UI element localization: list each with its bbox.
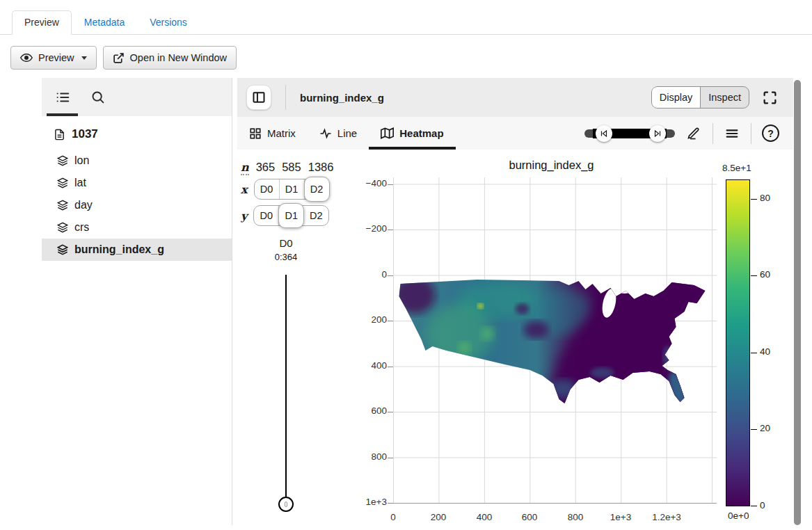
tree-item-label: lon (74, 154, 89, 167)
dim-size: 1386 (308, 161, 334, 174)
preview-button-label: Preview (38, 52, 74, 63)
toolbar-divider (751, 123, 751, 144)
explorer-sidebar: 1037 lon lat day crs (42, 78, 232, 525)
y-tick-label: 200 (353, 314, 387, 325)
slice-slider-handle[interactable] (278, 497, 294, 512)
display-inspect-toggle: Display Inspect (651, 86, 749, 109)
menu-icon[interactable] (724, 125, 740, 142)
colorbar-tick-mark (751, 275, 757, 276)
pen-icon (687, 127, 701, 140)
edit-domain-icon[interactable] (685, 125, 702, 142)
x-dim-d2-button[interactable]: D2 (304, 177, 330, 202)
colorbar-min-label: 0e+0 (728, 511, 749, 521)
y-tick-mark (388, 503, 393, 504)
y-axis-label: y (241, 209, 247, 223)
x-dim-d1-button[interactable]: D1 (280, 179, 305, 199)
vis-tab-matrix[interactable]: Matrix (237, 117, 308, 150)
dataset-title: burning_index_g (300, 92, 384, 104)
dataset-layers-icon (56, 241, 68, 258)
search-icon[interactable] (89, 89, 106, 106)
tree-list-icon[interactable] (54, 89, 71, 106)
vis-tab-heatmap[interactable]: Heatmap (369, 117, 455, 150)
open-button-label: Open in New Window (130, 52, 227, 63)
y-tick-mark (388, 321, 393, 321)
external-link-icon (113, 52, 125, 64)
y-dim-d1-button[interactable]: D1 (278, 203, 304, 228)
tab-preview[interactable]: Preview (12, 10, 72, 35)
explorer-header (42, 78, 232, 116)
dataset-layers-icon (56, 219, 68, 236)
domain-slider-min-thumb[interactable] (596, 125, 612, 142)
tree-item-lon[interactable]: lon (42, 150, 232, 172)
y-dim-mapper-row: y D0 D1 D2 (241, 205, 329, 226)
y-dim-d2-button[interactable]: D2 (303, 206, 328, 225)
tree-root-file[interactable]: 1037 (42, 116, 232, 150)
help-icon[interactable]: ? (762, 125, 779, 142)
toolbar-divider (713, 123, 713, 144)
tab-metadata[interactable]: Metadata (72, 10, 137, 35)
inspect-mode-button[interactable]: Inspect (701, 87, 749, 108)
colorbar-tick-label: 20 (760, 423, 770, 433)
dataset-layers-icon (56, 197, 68, 214)
hamburger-icon (724, 126, 740, 141)
vis-tab-label: Heatmap (399, 127, 443, 139)
y-tick-mark (388, 230, 393, 230)
skip-back-icon (600, 129, 608, 138)
heatmap-canvas[interactable] (393, 275, 710, 409)
y-tick-label: 600 (353, 405, 387, 416)
y-dim-group: D0 D1 D2 (253, 205, 329, 226)
y-tick-mark (388, 275, 393, 276)
colorbar (726, 179, 750, 506)
y-tick-mark (388, 367, 393, 367)
x-axis-label: x (241, 183, 248, 196)
scrollbar[interactable] (794, 80, 801, 525)
y-tick-label: 0 (353, 269, 387, 280)
domain-slider[interactable] (584, 125, 675, 143)
display-mode-button[interactable]: Display (652, 87, 701, 108)
domain-slider-max-thumb[interactable] (649, 125, 666, 142)
fullscreen-icon[interactable] (761, 89, 778, 106)
tree-item-day[interactable]: day (42, 194, 232, 216)
eye-icon (20, 51, 33, 64)
app-root: Preview Metadata Versions Preview Open i… (0, 0, 812, 530)
colorbar-tick-label: 40 (760, 346, 770, 357)
file-icon (53, 126, 65, 143)
vis-toolbar: Matrix Line Heatmap (237, 117, 793, 150)
vis-tab-line[interactable]: Line (308, 117, 369, 150)
tree-item-burning-index-g[interactable]: burning_index_g (42, 239, 232, 261)
vis-tab-label: Matrix (267, 127, 296, 139)
n-label: n (241, 161, 249, 175)
slice-slider-track[interactable] (285, 275, 287, 504)
tab-versions[interactable]: Versions (137, 10, 200, 35)
vis-tab-label: Line (337, 127, 357, 139)
y-tick-mark (388, 458, 393, 458)
y-tick-label: −200 (353, 223, 387, 234)
open-new-window-button[interactable]: Open in New Window (103, 46, 237, 70)
slice-range-label: 0:364 (265, 252, 307, 262)
y-dim-d0-button[interactable]: D0 (254, 206, 279, 225)
tree-item-label: lat (74, 177, 86, 189)
x-tick-label: 1e+3 (598, 512, 643, 522)
sidebar-toggle-button[interactable] (246, 85, 271, 110)
action-bar: Preview Open in New Window (10, 46, 237, 70)
chart-title: burning_index_g (393, 159, 710, 172)
dim-size: 585 (282, 161, 301, 174)
colorbar-tick-mark (751, 353, 757, 353)
y-tick-mark (388, 412, 393, 412)
explorer-active-tab-underline (47, 113, 78, 116)
colorbar-tick-label: 80 (760, 193, 770, 203)
tree-item-crs[interactable]: crs (42, 216, 232, 239)
tree-item-label: day (74, 199, 93, 211)
matrix-grid-icon (249, 127, 262, 140)
colorbar-tick-mark (751, 429, 757, 430)
tree-item-lat[interactable]: lat (42, 172, 232, 194)
colorbar-tick-label: 0 (760, 500, 765, 511)
x-dim-d0-button[interactable]: D0 (255, 179, 280, 199)
y-tick-mark (388, 184, 393, 185)
preview-dropdown-button[interactable]: Preview (10, 46, 97, 70)
sidebar-panel-icon (252, 90, 266, 104)
caret-down-icon (81, 56, 87, 60)
x-tick-label: 0 (371, 512, 415, 522)
x-tick-label: 800 (553, 512, 598, 522)
viewer-title-toolbar: burning_index_g Display Inspect (237, 78, 793, 117)
